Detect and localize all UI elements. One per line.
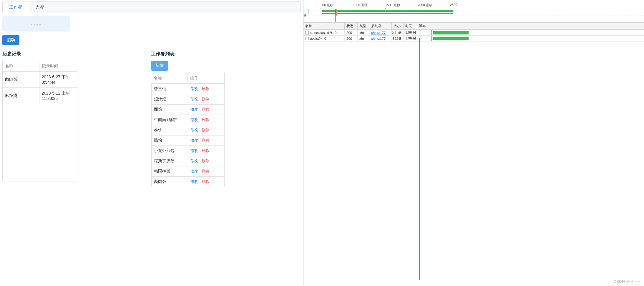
list-row: 小龙虾煎包修改删除 xyxy=(152,146,224,156)
request-name: selectclassid?x=0 xyxy=(310,31,336,34)
request-type: xhr xyxy=(358,36,369,41)
ruler-tick: 1500 毫秒 xyxy=(385,3,400,7)
request-name: getlist?x=0 xyxy=(310,37,326,40)
col-size[interactable]: 大小 xyxy=(392,23,404,29)
tab-big-meal[interactable]: 大餐 xyxy=(29,1,51,13)
random-result-display: ---- xyxy=(2,16,70,32)
list-item-name: 面馆 xyxy=(152,105,188,115)
watermark: CSDN @鱼干~ xyxy=(613,279,640,284)
edit-link[interactable]: 修改 xyxy=(190,179,198,184)
timeline-request-bar xyxy=(322,13,453,14)
history-row: 麻辣烫 2023-5-12 上午11:23:35 xyxy=(3,88,77,104)
add-button[interactable]: 新增 xyxy=(151,61,168,71)
edit-link[interactable]: 修改 xyxy=(190,148,198,153)
edit-link[interactable]: 修改 xyxy=(190,169,198,173)
request-type: xhr xyxy=(358,30,369,35)
app-panel: 工作餐 大餐 ---- 启动 历史记录: 名称 记录时间 卤肉 xyxy=(0,0,303,286)
history-time: 2023-5-12 上午11:23:35 xyxy=(39,88,77,104)
request-status: 200 xyxy=(345,36,358,41)
devtools-filter-bar[interactable] xyxy=(303,0,644,2)
request-status: 200 xyxy=(345,30,358,35)
request-time: 1.96 秒 xyxy=(404,36,417,41)
waterfall-cell xyxy=(417,30,644,35)
document-icon xyxy=(305,37,309,40)
initiator-link[interactable]: xhr.js:177 xyxy=(371,31,386,34)
request-size: 2.1 kB xyxy=(392,30,404,35)
history-row: 卤肉饭 2023-6-27 下午3:54:44 xyxy=(3,72,77,88)
delete-link[interactable]: 删除 xyxy=(202,138,209,143)
edit-link[interactable]: 修改 xyxy=(190,97,198,101)
network-table-header: 名称 状态 类型 启动器 大小 时间 瀑布 xyxy=(303,23,644,30)
col-status[interactable]: 状态 xyxy=(345,23,358,29)
ruler-tick: 500 毫秒 xyxy=(321,3,333,7)
ruler-tick: 2500 xyxy=(450,3,457,6)
history-title: 历史记录: xyxy=(2,51,77,57)
list-row: 曾三仙修改删除 xyxy=(152,84,224,94)
initiator-link[interactable]: xhr.js:177 xyxy=(371,37,386,40)
food-list-header: 名称 操作 xyxy=(151,73,225,84)
list-col-name: 名称 xyxy=(151,73,188,84)
delete-link[interactable]: 删除 xyxy=(202,179,209,184)
history-col-time: 记录时间 xyxy=(39,61,77,72)
request-time: 1.96 秒 xyxy=(404,30,417,35)
delete-link[interactable]: 删除 xyxy=(202,148,209,153)
request-size: 392 B xyxy=(392,36,404,41)
list-row: 牛肉面+酥饼修改删除 xyxy=(152,115,224,125)
col-time[interactable]: 时间 xyxy=(404,23,417,29)
list-item-name: 塔斯丁汉堡 xyxy=(152,156,188,166)
edit-link[interactable]: 修改 xyxy=(190,107,198,112)
history-name: 卤肉饭 xyxy=(3,72,39,88)
food-list[interactable]: 曾三仙修改删除煌汁煌修改删除面馆修改删除牛肉面+酥饼修改删除卷饼修改删除肠粉修改… xyxy=(151,84,225,187)
list-col-ops: 操作 xyxy=(188,73,225,84)
list-item-name: 曾三仙 xyxy=(152,84,188,94)
edit-link[interactable]: 修改 xyxy=(190,87,198,91)
delete-link[interactable]: 删除 xyxy=(202,128,209,132)
start-button[interactable]: 启动 xyxy=(2,35,19,45)
delete-link[interactable]: 删除 xyxy=(202,159,209,163)
edit-link[interactable]: 修改 xyxy=(190,128,198,132)
delete-link[interactable]: 删除 xyxy=(202,169,209,173)
tab-work-meal[interactable]: 工作餐 xyxy=(3,1,29,13)
delete-link[interactable]: 删除 xyxy=(202,97,209,101)
network-request-row[interactable]: getlist?x=0200xhrxhr.js:177392 B1.96 秒 xyxy=(303,36,644,42)
ruler-tick: 2000 毫秒 xyxy=(418,3,432,7)
delete-link[interactable]: 删除 xyxy=(202,118,209,122)
col-waterfall[interactable]: 瀑布 xyxy=(417,23,644,29)
network-timeline[interactable]: 500 毫秒 1000 毫秒 1500 毫秒 2000 毫秒 2500 xyxy=(303,2,644,23)
list-row: 卤肉饭修改删除 xyxy=(152,177,224,187)
list-item-name: 小龙虾煎包 xyxy=(152,146,188,156)
timeline-request-bar xyxy=(322,10,453,12)
ruler-tick: 1000 毫秒 xyxy=(353,3,368,7)
history-name: 麻辣烫 xyxy=(3,88,39,104)
category-tabs: 工作餐 大餐 xyxy=(2,1,301,13)
list-item-name: 牛肉面+酥饼 xyxy=(152,115,188,125)
col-name[interactable]: 名称 xyxy=(303,23,345,29)
delete-link[interactable]: 删除 xyxy=(202,107,209,112)
col-type[interactable]: 类型 xyxy=(358,23,369,29)
list-row: 韩国拌饭修改删除 xyxy=(152,166,224,177)
list-title: 工作餐列表: xyxy=(151,51,225,57)
edit-link[interactable]: 修改 xyxy=(190,138,198,143)
col-initiator[interactable]: 启动器 xyxy=(369,23,392,29)
history-time: 2023-6-27 下午3:54:44 xyxy=(39,72,77,88)
list-item-name: 煌汁煌 xyxy=(152,94,188,105)
delete-link[interactable]: 删除 xyxy=(202,87,209,91)
list-row: 煌汁煌修改删除 xyxy=(152,94,224,105)
list-item-name: 卷饼 xyxy=(152,125,188,135)
list-row: 塔斯丁汉堡修改删除 xyxy=(152,156,224,166)
load-marker xyxy=(335,9,336,23)
history-table: 名称 记录时间 卤肉饭 2023-6-27 下午3:54:44 麻辣烫 2023… xyxy=(2,61,77,181)
devtools-network-panel: 500 毫秒 1000 毫秒 1500 毫秒 2000 毫秒 2500 名称 状… xyxy=(303,0,644,286)
list-item-name: 韩国拌饭 xyxy=(152,166,188,177)
waterfall-cell xyxy=(417,36,644,41)
list-row: 肠粉修改删除 xyxy=(152,135,224,146)
network-request-row[interactable]: selectclassid?x=0200xhrxhr.js:1772.1 kB1… xyxy=(303,30,644,36)
document-icon xyxy=(305,31,309,34)
edit-link[interactable]: 修改 xyxy=(190,159,198,163)
edit-link[interactable]: 修改 xyxy=(190,118,198,122)
history-col-name: 名称 xyxy=(3,61,39,72)
timeline-start-marker xyxy=(304,14,306,16)
list-row: 卷饼修改删除 xyxy=(152,125,224,135)
list-item-name: 肠粉 xyxy=(152,135,188,146)
list-row: 面馆修改删除 xyxy=(152,105,224,115)
